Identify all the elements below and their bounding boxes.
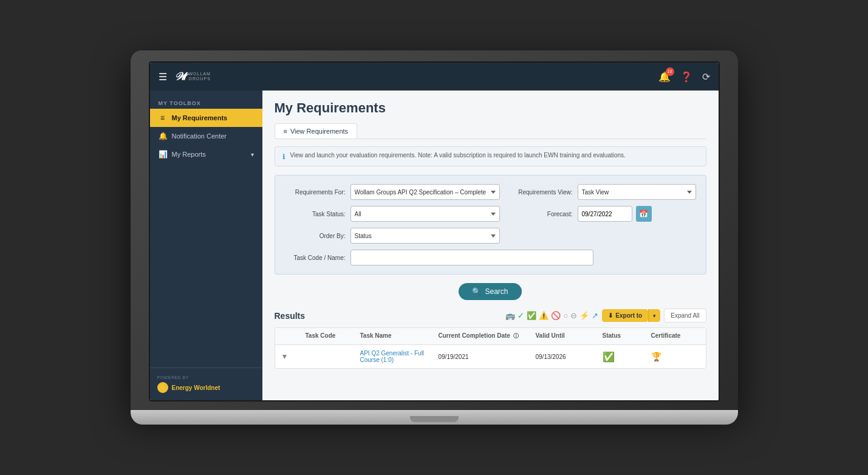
laptop-notch — [410, 416, 459, 422]
expand-all-button[interactable]: Expand All — [664, 309, 706, 323]
sidebar-section-label: MY TOOLBOX — [150, 95, 262, 109]
requirements-for-row: Requirements For: Wollam Groups API Q2 S… — [285, 184, 500, 200]
screen-bezel: ☰ 𝒲/ WOLLAM GROUPS 🔔 10 — [131, 50, 738, 410]
export-icon: ⬇ — [608, 312, 613, 319]
brand-name: Energy Worldnet — [172, 384, 220, 391]
hamburger-icon[interactable]: ☰ — [159, 71, 167, 83]
sidebar: MY TOOLBOX ≡ My Requirements 🔔 Notificat… — [150, 91, 262, 400]
task-code-row: Task Code / Name: — [285, 250, 696, 265]
filter-grid: Requirements For: Wollam Groups API Q2 S… — [285, 184, 696, 265]
export-label: Export to — [615, 312, 642, 319]
th-task-code: Task Code — [306, 332, 360, 340]
refresh-button[interactable]: ⟳ — [702, 71, 710, 83]
screen: ☰ 𝒲/ WOLLAM GROUPS 🔔 10 — [149, 61, 720, 402]
search-button[interactable]: 🔍 Search — [459, 283, 521, 300]
th-valid-until: Valid Until — [536, 332, 603, 340]
chevron-down-icon: ▾ — [251, 151, 254, 158]
notification-badge: 10 — [666, 67, 674, 76]
status-icon-circle[interactable]: ○ — [563, 311, 568, 320]
sidebar-item-my-requirements[interactable]: ≡ My Requirements — [150, 109, 262, 127]
certificate-icon[interactable]: 🏆 — [651, 352, 661, 361]
task-code-label: Task Code / Name: — [285, 255, 346, 261]
results-table: Task Code Task Name Current Completion D… — [275, 327, 706, 369]
sidebar-top: MY TOOLBOX ≡ My Requirements 🔔 Notificat… — [150, 91, 262, 163]
notification-center-icon: 🔔 — [159, 132, 167, 140]
ewn-icon: ⚡ — [157, 382, 168, 393]
row-status: ✅ — [603, 351, 651, 363]
ewn-logo: ⚡ Energy Worldnet — [157, 382, 255, 393]
status-check-icon: ✅ — [603, 352, 615, 362]
status-icon-circle-check[interactable]: ✅ — [527, 311, 536, 320]
results-title: Results — [275, 311, 306, 321]
row-completion-date: 09/19/2021 — [439, 354, 536, 360]
order-by-label: Order By: — [285, 233, 346, 239]
tab-icon: ≡ — [284, 128, 287, 135]
status-icon-error[interactable]: 🚫 — [551, 311, 561, 320]
search-label: Search — [485, 287, 508, 296]
info-tooltip-icon: ⓘ — [513, 333, 519, 339]
sidebar-item-label: Notification Center — [172, 132, 227, 140]
status-icon-check[interactable]: ✓ — [518, 311, 524, 320]
table-row: ▼ API Q2 Generalist - Full Course (1:0) … — [275, 345, 706, 368]
status-icon-bolt[interactable]: ⚡ — [579, 311, 589, 320]
order-by-select[interactable]: Status — [350, 228, 500, 244]
export-group: ⬇ Export to ▾ — [602, 309, 660, 322]
nav-left: ☰ 𝒲/ WOLLAM GROUPS — [159, 70, 211, 83]
task-name-link[interactable]: API Q2 Generalist - Full Course (1:0) — [360, 350, 425, 363]
status-icon-minus[interactable]: ⊖ — [570, 311, 577, 320]
requirements-view-label: Requirements View: — [512, 189, 573, 196]
task-code-input[interactable] — [350, 250, 593, 265]
status-icons: 🚌 ✓ ✅ ⚠️ 🚫 ○ ⊖ ⚡ ↗ — [505, 311, 598, 320]
powered-by-label: POWERED BY — [157, 375, 255, 380]
search-section: 🔍 Search — [275, 283, 706, 300]
th-expand — [281, 332, 306, 340]
task-status-label: Task Status: — [285, 211, 346, 217]
sidebar-item-label: My Reports — [172, 151, 206, 158]
laptop-base — [131, 410, 738, 425]
order-by-row: Order By: Status — [285, 228, 500, 244]
sidebar-bottom: POWERED BY ⚡ Energy Worldnet — [150, 367, 262, 400]
nav-right: 🔔 10 ❓ ⟳ — [658, 71, 710, 83]
main-area: MY TOOLBOX ≡ My Requirements 🔔 Notificat… — [150, 91, 719, 400]
sidebar-item-label: My Requirements — [172, 114, 228, 121]
status-icon-warning[interactable]: 🚌 — [505, 311, 515, 320]
forecast-row: Forecast: 📅 — [512, 206, 696, 222]
th-status: Status — [603, 332, 651, 340]
logo-area: 𝒲/ WOLLAM GROUPS — [174, 70, 211, 83]
status-icon-external[interactable]: ↗ — [592, 311, 598, 320]
row-task-name: API Q2 Generalist - Full Course (1:0) — [360, 350, 439, 363]
row-expand[interactable]: ▼ — [281, 352, 306, 361]
calendar-button[interactable]: 📅 — [636, 206, 652, 222]
sidebar-item-my-reports[interactable]: 📊 My Reports ▾ — [150, 145, 262, 163]
forecast-input[interactable] — [578, 206, 632, 222]
info-banner: ℹ View and launch your evaluation requir… — [275, 146, 706, 166]
th-completion-date: Current Completion Date ⓘ — [439, 332, 536, 340]
page-title: My Requirements — [275, 100, 706, 116]
export-button[interactable]: ⬇ Export to — [602, 309, 648, 322]
row-certificate: 🏆 — [651, 352, 700, 361]
logo-text: 𝒲/ — [174, 70, 186, 83]
sidebar-item-notification-center[interactable]: 🔔 Notification Center — [150, 127, 262, 145]
requirements-for-select[interactable]: Wollam Groups API Q2 Specification – Com… — [350, 184, 500, 200]
reports-icon: 📊 — [159, 150, 167, 159]
requirements-view-row: Requirements View: Task View — [512, 184, 696, 200]
results-actions: 🚌 ✓ ✅ ⚠️ 🚫 ○ ⊖ ⚡ ↗ — [505, 309, 706, 323]
results-header: Results 🚌 ✓ ✅ ⚠️ 🚫 ○ ⊖ — [275, 309, 706, 323]
tabs-bar: ≡ View Requirements — [275, 123, 706, 139]
status-icon-alert[interactable]: ⚠️ — [539, 311, 548, 320]
requirements-for-label: Requirements For: — [285, 189, 346, 196]
chevron-down-icon[interactable]: ▼ — [281, 352, 289, 361]
notifications-button[interactable]: 🔔 10 — [658, 71, 671, 83]
forecast-input-group: 📅 — [578, 206, 652, 222]
row-valid-until: 09/13/2026 — [536, 354, 603, 360]
task-status-select[interactable]: All — [350, 206, 500, 222]
requirements-view-select[interactable]: Task View — [578, 184, 696, 200]
logo-subtitle: WOLLAM GROUPS — [186, 72, 211, 82]
tab-view-requirements[interactable]: ≡ View Requirements — [275, 123, 358, 138]
tab-label: View Requirements — [290, 128, 348, 135]
info-icon: ℹ — [282, 152, 285, 161]
help-button[interactable]: ❓ — [680, 71, 692, 83]
filter-section: Requirements For: Wollam Groups API Q2 S… — [275, 175, 706, 275]
export-dropdown-button[interactable]: ▾ — [648, 309, 660, 322]
task-status-row: Task Status: All — [285, 206, 500, 222]
